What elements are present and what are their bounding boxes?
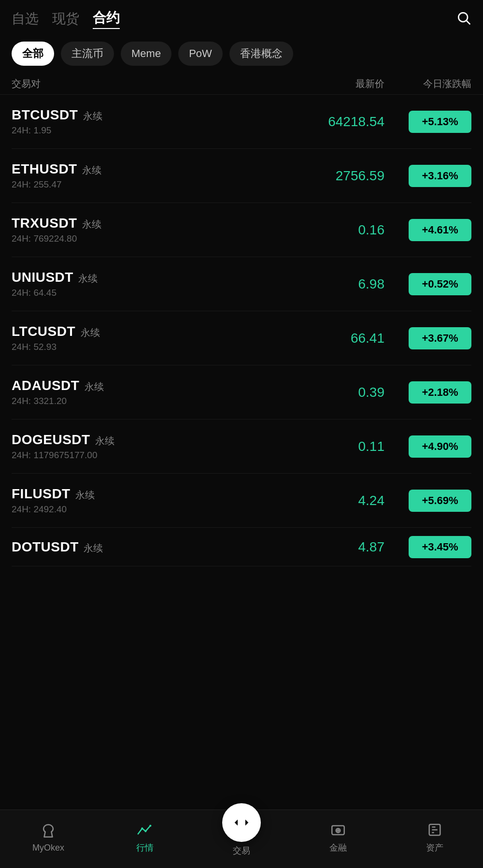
tab-watchlist[interactable]: 自选 [12, 10, 39, 28]
svg-point-3 [144, 830, 146, 832]
trade-button[interactable] [222, 803, 261, 842]
assets-icon [426, 821, 444, 839]
tab-spot[interactable]: 现货 [52, 10, 79, 28]
pair-info: DOTUSDT 永续 [12, 539, 288, 555]
pair-list: BTCUSDT 永续 24H: 1.95 64218.54 +5.13% ETH… [0, 95, 483, 566]
nav-assets-label: 资产 [426, 842, 443, 854]
pair-price: 4.24 [288, 493, 384, 508]
svg-line-1 [467, 21, 470, 24]
pair-info: TRXUSDT 永续 24H: 769224.80 [12, 216, 288, 244]
pair-volume: 24H: 52.93 [12, 342, 288, 352]
filter-mainstream[interactable]: 主流币 [61, 42, 114, 66]
table-row[interactable]: DOTUSDT 永续 4.87 +3.45% [12, 528, 471, 566]
finance-icon [329, 821, 347, 839]
nav-finance[interactable]: 金融 [309, 821, 367, 854]
filter-pow[interactable]: PoW [178, 42, 223, 66]
pair-change: +4.90% [384, 435, 471, 458]
change-badge: +4.61% [409, 219, 471, 241]
table-row[interactable]: ADAUSDT 永续 24H: 3321.20 0.39 +2.18% [12, 365, 471, 420]
pair-change: +2.18% [384, 381, 471, 404]
nav-trade-label: 交易 [233, 845, 250, 856]
change-badge: +5.13% [409, 111, 471, 133]
tab-futures[interactable]: 合约 [93, 9, 120, 29]
pair-change: +5.13% [384, 111, 471, 133]
pair-symbol: UNIUSDT 永续 [12, 270, 288, 285]
pair-symbol: DOGEUSDT 永续 [12, 432, 288, 448]
header: 自选 现货 合约 [0, 0, 483, 34]
pair-volume: 24H: 769224.80 [12, 233, 288, 244]
col-price-header: 最新价 [288, 77, 384, 90]
change-badge: +3.67% [409, 327, 471, 349]
myokex-icon [39, 822, 57, 840]
nav-market[interactable]: 行情 [116, 821, 174, 854]
filter-bar: 全部 主流币 Meme PoW 香港概念 [0, 34, 483, 73]
pair-price: 64218.54 [288, 114, 384, 130]
table-row[interactable]: FILUSDT 永续 24H: 2492.40 4.24 +5.69% [12, 474, 471, 528]
pair-info: DOGEUSDT 永续 24H: 1179675177.00 [12, 432, 288, 461]
table-row[interactable]: ETHUSDT 永续 24H: 255.47 2756.59 +3.16% [12, 149, 471, 203]
change-badge: +0.52% [409, 273, 471, 295]
search-button[interactable] [456, 10, 471, 28]
pair-symbol: BTCUSDT 永续 [12, 107, 288, 123]
pair-symbol: DOTUSDT 永续 [12, 539, 288, 555]
filter-meme[interactable]: Meme [121, 42, 171, 66]
pair-info: FILUSDT 永续 24H: 2492.40 [12, 486, 288, 515]
filter-hk[interactable]: 香港概念 [229, 42, 293, 66]
pair-info: ADAUSDT 永续 24H: 3321.20 [12, 378, 288, 406]
nav-finance-label: 金融 [329, 842, 347, 854]
pair-volume: 24H: 2492.40 [12, 504, 288, 515]
pair-price: 4.87 [288, 539, 384, 555]
table-row[interactable]: BTCUSDT 永续 24H: 1.95 64218.54 +5.13% [12, 95, 471, 149]
svg-point-2 [141, 827, 143, 829]
change-badge: +2.18% [409, 381, 471, 404]
change-badge: +5.69% [409, 490, 471, 512]
search-icon [456, 10, 471, 26]
pair-price: 66.41 [288, 331, 384, 346]
nav-myokex[interactable]: MyOkex [19, 822, 77, 853]
pair-symbol: LTCUSDT 永续 [12, 324, 288, 339]
column-headers: 交易对 最新价 今日涨跌幅 [0, 73, 483, 95]
pair-volume: 24H: 255.47 [12, 179, 288, 190]
pair-symbol: FILUSDT 永续 [12, 486, 288, 502]
change-badge: +3.16% [409, 165, 471, 187]
pair-info: LTCUSDT 永续 24H: 52.93 [12, 324, 288, 352]
bottom-nav: MyOkex 行情 交易 金 [0, 810, 483, 868]
pair-change: +3.16% [384, 165, 471, 187]
pair-change: +5.69% [384, 490, 471, 512]
change-badge: +4.90% [409, 435, 471, 458]
pair-symbol: TRXUSDT 永续 [12, 216, 288, 231]
pair-volume: 24H: 1179675177.00 [12, 450, 288, 461]
table-row[interactable]: DOGEUSDT 永续 24H: 1179675177.00 0.11 +4.9… [12, 420, 471, 474]
filter-all[interactable]: 全部 [12, 42, 54, 66]
table-row[interactable]: TRXUSDT 永续 24H: 769224.80 0.16 +4.61% [12, 203, 471, 257]
change-badge: +3.45% [409, 536, 471, 558]
pair-info: BTCUSDT 永续 24H: 1.95 [12, 107, 288, 136]
pair-change: +0.52% [384, 273, 471, 295]
pair-price: 2756.59 [288, 168, 384, 184]
col-pair-header: 交易对 [12, 77, 288, 90]
table-row[interactable]: LTCUSDT 永续 24H: 52.93 66.41 +3.67% [12, 311, 471, 365]
pair-change: +3.45% [384, 536, 471, 558]
svg-point-0 [458, 13, 468, 22]
pair-volume: 24H: 3321.20 [12, 396, 288, 406]
pair-change: +3.67% [384, 327, 471, 349]
pair-price: 0.11 [288, 439, 384, 454]
nav-market-label: 行情 [136, 842, 154, 854]
table-row[interactable]: UNIUSDT 永续 24H: 64.45 6.98 +0.52% [12, 257, 471, 311]
trade-icon [232, 813, 251, 832]
pair-symbol: ETHUSDT 永续 [12, 161, 288, 177]
pair-info: UNIUSDT 永续 24H: 64.45 [12, 270, 288, 298]
svg-point-4 [149, 825, 151, 826]
pair-volume: 24H: 64.45 [12, 288, 288, 298]
pair-price: 0.16 [288, 222, 384, 238]
pair-volume: 24H: 1.95 [12, 125, 288, 136]
pair-symbol: ADAUSDT 永续 [12, 378, 288, 393]
nav-myokex-label: MyOkex [32, 843, 64, 853]
col-change-header: 今日涨跌幅 [384, 77, 471, 90]
nav-assets[interactable]: 资产 [406, 821, 464, 854]
pair-change: +4.61% [384, 219, 471, 241]
market-icon [136, 821, 154, 839]
pair-info: ETHUSDT 永续 24H: 255.47 [12, 161, 288, 190]
pair-price: 6.98 [288, 276, 384, 292]
nav-trade[interactable]: 交易 [213, 818, 270, 856]
